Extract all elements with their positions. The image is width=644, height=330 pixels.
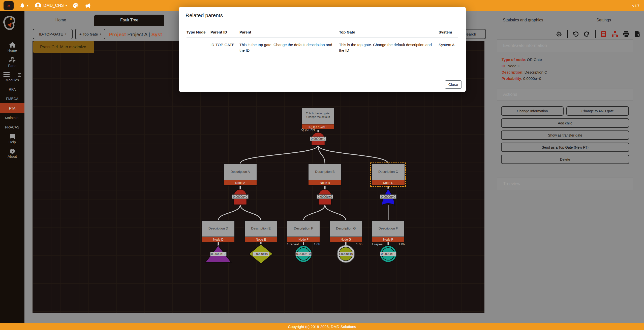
probability-label: 0.0000e+0 <box>310 137 326 141</box>
ft-node-f[interactable]: Description F Node F <box>287 220 320 242</box>
event-annotations-f: 1 repeat1.0h <box>287 242 320 246</box>
close-button[interactable]: Close <box>445 80 462 89</box>
node-description: Description F <box>287 221 320 237</box>
notifications-menu[interactable]: ▾ <box>19 3 28 9</box>
probability-label: 0.0000e+0 <box>295 252 312 256</box>
change-information-button[interactable]: Change Information <box>501 106 564 116</box>
ft-node-f2[interactable]: Description F Node F <box>372 220 405 242</box>
sidebar-item-modules[interactable]: Modules <box>0 70 24 84</box>
app-version: v1.7 <box>632 0 639 11</box>
ft-node-c-selected[interactable]: Description C Node C <box>371 163 405 186</box>
col-parent: Parent <box>239 26 339 38</box>
sidebar-item-fta[interactable]: FTA <box>0 103 24 113</box>
sidebar: Home Parts Modules RPA FMECA FTA Maintai… <box>0 11 24 323</box>
ft-node-a[interactable]: Description A Node A <box>223 163 257 186</box>
tab-statistics-and-graphics[interactable]: Statistics and graphics <box>485 15 561 26</box>
related-parents-table: Type Node Parent ID Parent Top Gate Syst… <box>187 26 458 56</box>
node-id-band: Node C <box>372 180 405 185</box>
canvas-toolbar <box>556 30 641 38</box>
undo-icon[interactable] <box>572 31 579 38</box>
app-logo-bird <box>0 15 16 31</box>
ft-node-b[interactable]: Description B Node B <box>308 163 342 186</box>
cell-type-node <box>187 38 210 56</box>
node-id-band: Node F <box>372 237 404 242</box>
modal-footer: Close <box>179 77 466 92</box>
send-as-top-gate-button[interactable]: Send as a Top Gate (New FT) <box>501 143 629 152</box>
calculate-icon[interactable] <box>600 31 607 38</box>
node-id-band: Node E <box>245 237 277 242</box>
field-type-of-node: Type of node: OR Gate <box>502 57 629 62</box>
table-row: ID-TOP-GATE This is the top gate. Change… <box>187 38 458 56</box>
center-view-icon[interactable] <box>556 31 562 38</box>
username: DMD_CNS <box>43 3 64 8</box>
sidebar-item-maintain[interactable]: Maintain. <box>0 113 24 122</box>
col-top-gate: Top Gate <box>339 26 439 38</box>
add-child-button[interactable]: Add child <box>501 118 629 128</box>
node-description: Description A <box>224 164 257 180</box>
panel-header-info: Event/Gate information <box>497 39 633 52</box>
node-info-fields: Type of node: OR Gate ID: Node C Descrip… <box>497 52 633 88</box>
cell-system: System A <box>439 38 458 56</box>
ft-node-top-gate[interactable]: This is the top gate. Change the default… <box>301 108 335 130</box>
tab-fault-tree[interactable]: Fault Tree <box>94 15 164 26</box>
top-gate-select-dropdown[interactable]: ID-TOP-GATE▾ <box>33 29 73 39</box>
user-menu[interactable]: DMD_CNS ▾ <box>35 2 67 9</box>
sidebar-item-home[interactable]: Home <box>0 40 24 55</box>
project-breadcrumb: Project Project A | Syst <box>109 32 162 38</box>
add-top-gate-dropdown[interactable]: + Top Gate▾ <box>75 29 105 39</box>
announcements-button[interactable] <box>84 2 91 9</box>
toolbar-divider <box>567 30 568 38</box>
node-description: Description F <box>372 221 404 237</box>
col-parent-id: Parent ID <box>210 26 239 38</box>
probability-label: 0.0000e+0 <box>232 194 249 199</box>
node-description: Description D <box>202 221 234 237</box>
panel-header-treeview: Treeview <box>497 178 633 190</box>
sidebar-item-about[interactable]: About <box>0 146 24 161</box>
toolbar-divider <box>595 30 596 38</box>
theme-button[interactable] <box>73 3 79 9</box>
field-probability: Probability: 0.0000e+0 <box>502 76 629 81</box>
print-icon[interactable] <box>623 31 630 38</box>
probability-label: 0.0000e+0 <box>380 252 396 256</box>
user-circle-icon <box>35 2 41 9</box>
cell-parent-id: ID-TOP-GATE <box>210 38 239 56</box>
node-id-band: Node A <box>224 180 257 185</box>
modal-title: Related parents <box>179 7 466 23</box>
node-id-band: Node F <box>287 237 320 242</box>
redo-icon[interactable] <box>584 31 590 38</box>
caret-square-icon <box>18 73 21 77</box>
show-as-transfer-gate-button[interactable]: Show as transfer gate <box>501 130 629 140</box>
col-type-node: Type Node <box>187 26 210 38</box>
node-id-band: Node B <box>309 180 341 185</box>
node-id-band: Node D <box>202 237 234 242</box>
ft-node-d[interactable]: Description D Node D <box>202 220 235 242</box>
modal-body: Type Node Parent ID Parent Top Gate Syst… <box>179 23 466 77</box>
node-id-band: Node G <box>330 237 362 242</box>
delete-button[interactable]: Delete <box>501 155 629 164</box>
event-annotations-g: 1.0h <box>329 242 362 246</box>
sidebar-item-fmeca[interactable]: FMECA <box>0 94 24 103</box>
sidebar-collapse-button[interactable]: » <box>4 1 14 10</box>
probability-label: 0.0000e+0 <box>317 194 333 199</box>
cut-sets-diagram-icon[interactable] <box>611 31 618 38</box>
sidebar-item-rpa[interactable]: RPA <box>0 84 24 94</box>
truncation-ellipsis: ... <box>317 119 319 120</box>
sidebar-item-help[interactable]: Help <box>0 131 24 146</box>
chevron-down-icon: ▾ <box>66 4 67 7</box>
export-icon[interactable] <box>634 31 641 38</box>
ft-node-g[interactable]: Description G Node G <box>329 220 362 242</box>
bell-icon <box>19 3 25 9</box>
change-to-and-gate-button[interactable]: Change to AND gate <box>566 106 629 116</box>
probability-label: 1.0000e+0 <box>338 252 354 256</box>
sidebar-item-fracas[interactable]: FRACAS <box>0 122 24 131</box>
tab-settings[interactable]: Settings <box>566 15 641 26</box>
node-description: Description G <box>330 221 362 237</box>
probability-label: 0.0000e+0 <box>253 252 269 256</box>
sidebar-item-parts[interactable]: Parts <box>0 55 24 70</box>
info-icon <box>10 149 15 154</box>
action-buttons: Change Information Change to AND gate Ad… <box>497 101 633 172</box>
copyright-text: Copyright (c) 2018-2023, DMD Solutions <box>288 324 356 329</box>
ft-node-e[interactable]: Description E Node E <box>244 220 278 242</box>
tab-home[interactable]: Home <box>28 15 94 26</box>
node-description: This is the top gate. Change the default… <box>302 108 334 124</box>
